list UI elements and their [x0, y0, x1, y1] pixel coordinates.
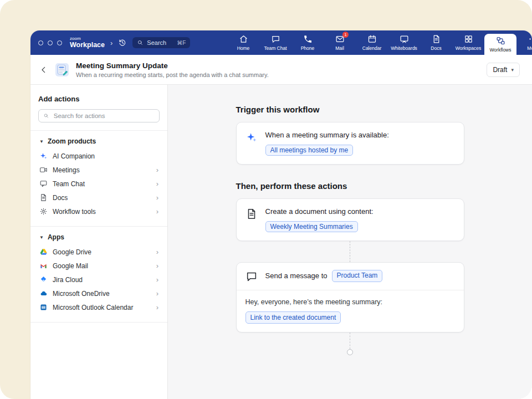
- outlook-calendar-icon: [39, 303, 48, 311]
- section-header-apps[interactable]: ▼ Apps: [38, 227, 160, 245]
- search-label: Search: [147, 39, 166, 46]
- caret-down-icon: ▼: [39, 235, 44, 240]
- sidebar-item-label: Team Chat: [53, 180, 85, 188]
- nav-tab-team-chat[interactable]: Team Chat: [259, 30, 291, 55]
- google-drive-icon: [39, 248, 48, 256]
- recipient-chip[interactable]: Product Team: [332, 270, 383, 282]
- onedrive-icon: [39, 289, 48, 298]
- chevron-down-icon: ▾: [511, 67, 514, 73]
- actions-heading: Then, perform these actions: [236, 181, 464, 191]
- logo-zoom-text: zoom: [70, 37, 105, 41]
- create-document-card[interactable]: Create a document using content: Weekly …: [236, 198, 464, 241]
- nav-tab-workspaces[interactable]: Workspaces: [452, 30, 484, 55]
- mail-unread-badge: 1: [342, 32, 349, 38]
- meetings-icon: [39, 166, 48, 174]
- nav-tab-docs[interactable]: Docs: [420, 30, 452, 55]
- workflow-thumbnail-icon: [55, 63, 69, 77]
- history-icon: [118, 38, 127, 47]
- divider: [30, 322, 167, 323]
- connector-line: [350, 332, 350, 349]
- sidebar-item-docs[interactable]: Docs ›: [38, 191, 160, 204]
- workflows-icon: [496, 36, 505, 45]
- sidebar-item-label: Workflow tools: [53, 208, 96, 216]
- page-subtitle: When a recurring meeting starts, post th…: [76, 71, 480, 78]
- ai-companion-icon: [39, 152, 48, 160]
- sidebar-item-label: Meetings: [53, 166, 80, 174]
- trigger-card[interactable]: When a meeting summary is available: All…: [236, 122, 464, 165]
- connector-line: [350, 241, 350, 262]
- nav-tab-label: Phone: [301, 45, 315, 51]
- content-area: Add actions ▼ Zoom products AI Companion…: [30, 85, 532, 399]
- chevron-right-icon: ›: [156, 262, 158, 269]
- nav-tab-phone[interactable]: Phone: [291, 30, 324, 55]
- nav-tab-label: More: [527, 45, 532, 51]
- window-control-dot[interactable]: [57, 40, 62, 45]
- nav-tab-calendar[interactable]: Calendar: [356, 30, 388, 55]
- message-body-text: Hey, everyone, here’s the meeting summar…: [245, 298, 455, 307]
- sidebar-item-workflow-tools[interactable]: Workflow tools ›: [38, 204, 160, 218]
- nav-tab-label: Home: [237, 45, 250, 51]
- sidebar-item-microsoft-outlook-calendar[interactable]: Microsoft Outlook Calendar ›: [38, 300, 160, 314]
- nav-tab-home[interactable]: Home: [227, 30, 259, 55]
- sidebar-item-ai-companion[interactable]: AI Companion: [38, 149, 160, 163]
- nav-tab-label: Team Chat: [264, 45, 287, 51]
- nav-tab-whiteboards[interactable]: Whiteboards: [388, 30, 420, 55]
- whiteboard-icon: [400, 34, 409, 44]
- nav-tab-label: Workspaces: [456, 45, 482, 51]
- window-control-dot[interactable]: [38, 40, 43, 45]
- nav-tab-label: Calendar: [362, 45, 382, 51]
- sidebar-item-jira-cloud[interactable]: Jira Cloud ›: [38, 273, 160, 287]
- docs-icon: [432, 34, 441, 44]
- navbar-left: zoom Workplace › Search ⌘F: [30, 30, 227, 55]
- send-message-card[interactable]: Send a message to Product Team Hey, ever…: [236, 262, 464, 332]
- chevron-right-icon: ›: [156, 276, 158, 283]
- sidebar-item-label: Docs: [53, 194, 68, 202]
- workflow-end-node[interactable]: [347, 349, 353, 355]
- section-label: Apps: [48, 233, 64, 241]
- back-button[interactable]: [39, 65, 48, 74]
- sidebar-item-microsoft-onedrive[interactable]: Microsoft OneDrive ›: [38, 287, 160, 300]
- send-message-text: Send a message to: [265, 272, 328, 281]
- sidebar-item-team-chat[interactable]: Team Chat ›: [38, 177, 160, 191]
- sidebar-item-label: Google Drive: [53, 248, 91, 256]
- section-header-zoom-products[interactable]: ▼ Zoom products: [38, 131, 160, 149]
- chat-icon: [271, 34, 280, 44]
- app-window: zoom Workplace › Search ⌘F Home: [30, 30, 532, 399]
- nav-tab-mail[interactable]: 1 Mail: [324, 30, 356, 55]
- global-search-button[interactable]: Search ⌘F: [132, 37, 190, 48]
- history-button[interactable]: [118, 38, 127, 47]
- sidebar-item-label: Jira Cloud: [53, 276, 83, 284]
- nav-tab-label: Workflows: [489, 47, 511, 53]
- nav-tab-more[interactable]: More: [516, 30, 532, 55]
- window-controls: [38, 40, 62, 45]
- message-bubble-icon: [245, 270, 258, 283]
- spacer: [236, 165, 464, 181]
- document-icon: [245, 208, 258, 220]
- workflow-title-block: Meeting Summary Update When a recurring …: [76, 62, 480, 78]
- sidebar-item-label: Google Mail: [53, 262, 88, 270]
- chevron-right-icon[interactable]: ›: [110, 39, 112, 47]
- nav-tab-workflows[interactable]: Workflows: [484, 34, 516, 55]
- search-actions-input[interactable]: [53, 112, 155, 120]
- search-icon: [137, 39, 144, 46]
- navbar-tabs: Home Team Chat Phone 1 Mail Calendar: [227, 30, 532, 55]
- sidebar-item-google-mail[interactable]: Google Mail ›: [38, 259, 160, 273]
- actions-search-box: [38, 109, 160, 122]
- nav-tab-label: Whiteboards: [391, 45, 417, 51]
- phone-icon: [303, 34, 313, 44]
- chevron-right-icon: ›: [156, 290, 158, 297]
- sidebar-item-meetings[interactable]: Meetings ›: [38, 163, 160, 177]
- add-actions-sidebar: Add actions ▼ Zoom products AI Companion…: [30, 85, 168, 399]
- window-control-dot[interactable]: [48, 40, 53, 45]
- page-title: Meeting Summary Update: [76, 62, 480, 70]
- status-dropdown[interactable]: Draft ▾: [487, 63, 520, 77]
- chevron-left-icon: [39, 65, 48, 74]
- chevron-right-icon: ›: [156, 304, 158, 311]
- docs-icon: [39, 193, 48, 202]
- jira-icon: [39, 275, 48, 284]
- document-content-chip[interactable]: Weekly Meeting Summaries: [265, 221, 358, 232]
- home-icon: [239, 34, 248, 44]
- trigger-scope-chip[interactable]: All meetings hosted by me: [265, 145, 354, 156]
- sidebar-item-google-drive[interactable]: Google Drive ›: [38, 245, 160, 259]
- document-link-chip[interactable]: Link to the created document: [245, 311, 341, 324]
